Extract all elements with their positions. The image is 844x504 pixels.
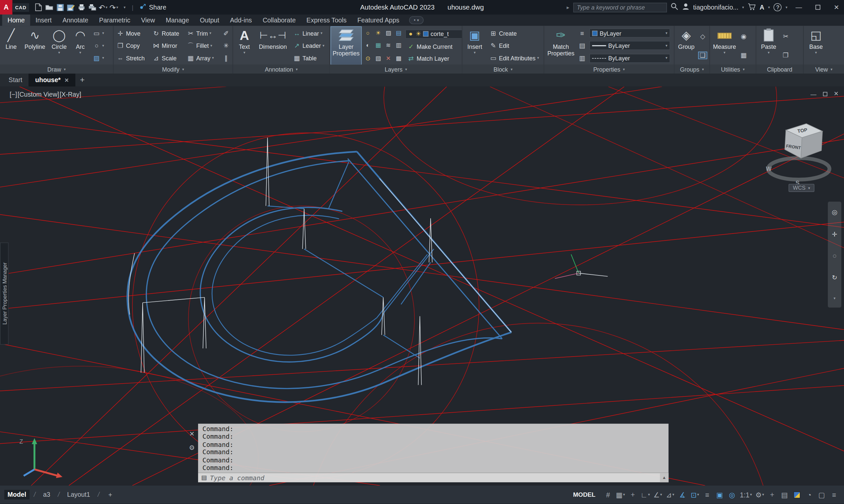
quick-select-icon[interactable]: ◉ (740, 33, 747, 40)
redo-button[interactable]: ↷▾ (109, 2, 119, 13)
properties-list-icon[interactable]: ≡ (578, 30, 586, 37)
object-snap-icon[interactable]: ⊡▾ (689, 489, 700, 501)
text-dropdown-arrow-icon[interactable]: ▾ (243, 51, 245, 55)
paste-button[interactable]: Paste ▾ (757, 27, 780, 65)
line-button[interactable]: ╱ Line (1, 27, 21, 65)
viewport-visual-style-control[interactable]: [X-Ray] (60, 91, 81, 98)
new-layout-button[interactable]: ＋ (104, 489, 117, 500)
copy-clip-icon[interactable]: ❐ (781, 52, 790, 58)
panel-label-utilities[interactable]: Utilities▾ (710, 65, 756, 74)
command-input[interactable]: ▤ Type a command ▲ (198, 473, 669, 483)
tab-manage[interactable]: Manage (160, 15, 194, 26)
panel-label-modify[interactable]: Modify▾ (114, 65, 232, 74)
navbar-more-icon[interactable]: ▾ (834, 296, 836, 300)
tab-view[interactable]: View (136, 15, 160, 26)
polar-tracking-icon[interactable]: ∠▾ (652, 489, 664, 501)
autosnap-tracking-icon[interactable]: ∡ (677, 489, 688, 501)
viewport-minimize-control[interactable]: [−] (10, 91, 17, 98)
username[interactable]: tiagobonifacio... (693, 4, 738, 11)
command-close-icon[interactable]: ✕ (189, 430, 194, 438)
layer-tool-icon[interactable]: ▩ (395, 55, 402, 61)
erase-button[interactable]: ✐ (221, 30, 231, 37)
tab-featured-apps[interactable]: Featured Apps (352, 15, 405, 26)
linear-dimension-button[interactable]: ↔Linear▾ (291, 30, 328, 37)
ungroup-icon[interactable]: ◇ (699, 33, 707, 40)
cart-icon[interactable] (748, 3, 756, 12)
rotate-button[interactable]: ↻Rotate (151, 27, 185, 40)
autodesk-a-icon[interactable]: A (760, 4, 764, 11)
workspace-switching-icon[interactable]: ⚙▾ (754, 489, 765, 501)
scale-button[interactable]: ⊿Scale (151, 52, 185, 65)
base-dropdown-arrow-icon[interactable]: ▾ (815, 51, 817, 55)
graphics-performance-icon[interactable] (791, 489, 803, 501)
base-view-button[interactable]: ◱ Base ▾ (805, 27, 827, 65)
tab-express-tools[interactable]: Express Tools (301, 15, 352, 26)
panel-label-annotation[interactable]: Annotation▾ (233, 65, 329, 74)
circle-dropdown-arrow-icon[interactable]: ▾ (58, 51, 60, 55)
command-prompt-text[interactable]: Type a command (210, 474, 660, 482)
selection-cycling-icon[interactable]: ▣ (714, 489, 725, 501)
user-dropdown-arrow-icon[interactable]: ▾ (742, 5, 744, 9)
edit-attributes-button[interactable]: ▭Edit Attributes▾ (488, 55, 542, 62)
file-tab-uhouse[interactable]: uhouse*✕ (29, 74, 75, 86)
measure-dropdown-arrow-icon[interactable]: ▾ (723, 51, 725, 55)
viewcube-west-label[interactable]: W (766, 166, 772, 172)
apps-dropdown-arrow-icon[interactable]: ▾ (768, 5, 770, 9)
isodraft-icon[interactable]: ⊿▾ (665, 489, 676, 501)
stretch-button[interactable]: ⇔Stretch (115, 52, 150, 65)
tab-insert[interactable]: Insert (30, 15, 57, 26)
command-scroll-up-icon[interactable]: ▲ (660, 473, 669, 483)
share-button[interactable]: Share (139, 3, 167, 12)
clean-screen-icon[interactable]: ▢ (816, 489, 827, 501)
viewport-minimize-icon[interactable]: — (811, 91, 816, 97)
ortho-mode-icon[interactable]: ∟▾ (640, 489, 651, 501)
panel-label-draw[interactable]: Draw▾ (0, 65, 113, 74)
linetype-dropdown[interactable]: ByLayer ▾ (589, 54, 670, 63)
open-file-button[interactable] (44, 2, 54, 13)
panel-label-clipboard[interactable]: Clipboard (756, 65, 803, 74)
move-button[interactable]: ✛Move (115, 27, 150, 40)
viewcube[interactable]: W S TOP FRONT (765, 116, 834, 189)
ribbon-options-button[interactable]: ▪▾ (409, 16, 424, 24)
quick-properties-icon[interactable]: ▤ (779, 489, 790, 501)
model-space-canvas[interactable]: [−] [Custom View] [X-Ray] — ✕ W S TOP FR… (0, 86, 844, 486)
properties-table-icon[interactable]: ▤ (578, 42, 586, 49)
offset-button[interactable]: ∥ (221, 55, 231, 62)
save-as-button[interactable] (66, 2, 76, 13)
tab-collaborate[interactable]: Collaborate (257, 15, 301, 26)
minimize-button[interactable]: — (791, 0, 806, 15)
help-dropdown-arrow-icon[interactable]: ▾ (786, 5, 788, 9)
tab-annotate[interactable]: Annotate (57, 15, 94, 26)
edit-block-button[interactable]: ✎Edit (488, 42, 542, 49)
tab-home[interactable]: Home (2, 15, 30, 26)
annotation-scale-button[interactable]: 1:1▾ (739, 489, 753, 501)
group-button[interactable]: ◈ Group (676, 27, 697, 65)
leader-button[interactable]: ↗Leader▾ (291, 42, 328, 49)
tab-parametric[interactable]: Parametric (94, 15, 136, 26)
viewport-view-control[interactable]: [Custom View] (17, 91, 59, 98)
rectangle-button[interactable]: ▭▾ (91, 30, 112, 37)
color-dropdown-arrow-icon[interactable]: ▾ (666, 31, 668, 35)
layer-thaw-icon[interactable]: ☀ (374, 30, 382, 36)
close-button[interactable]: ✕ (829, 0, 844, 15)
layer-tool-icon[interactable]: ▥ (395, 43, 402, 49)
layer-properties-palette-tab[interactable]: Layer Properties Manager (0, 242, 8, 345)
annotation-visibility-icon[interactable]: ◎ (726, 489, 738, 501)
trim-button[interactable]: ✂Trim▾ (185, 27, 219, 40)
autocad-logo-icon[interactable]: A (0, 0, 12, 15)
tab-addins[interactable]: Add-ins (225, 15, 257, 26)
ellipse-button[interactable]: ○▾ (91, 42, 112, 49)
batch-plot-button[interactable] (87, 2, 98, 13)
match-layer-button[interactable]: ⇄Match Layer (405, 55, 462, 62)
lineweight-dropdown-arrow-icon[interactable]: ▾ (666, 43, 668, 48)
match-properties-button[interactable]: ✑ Match Properties (545, 27, 576, 65)
panel-label-groups[interactable]: Groups▾ (675, 65, 710, 74)
layer-off-icon[interactable]: ○ (364, 30, 372, 36)
layer-tool-icon[interactable]: ▧ (374, 55, 382, 61)
quick-calculator-icon[interactable]: ▦ (740, 52, 747, 58)
layer-tool-icon[interactable]: ⊙ (364, 55, 372, 61)
full-navigation-wheel-icon[interactable]: ◎ (832, 209, 838, 216)
grid-display-icon[interactable]: # (602, 489, 614, 501)
explode-button[interactable]: ✳ (221, 42, 231, 49)
redo-dropdown-arrow-icon[interactable]: ▾ (116, 5, 118, 9)
